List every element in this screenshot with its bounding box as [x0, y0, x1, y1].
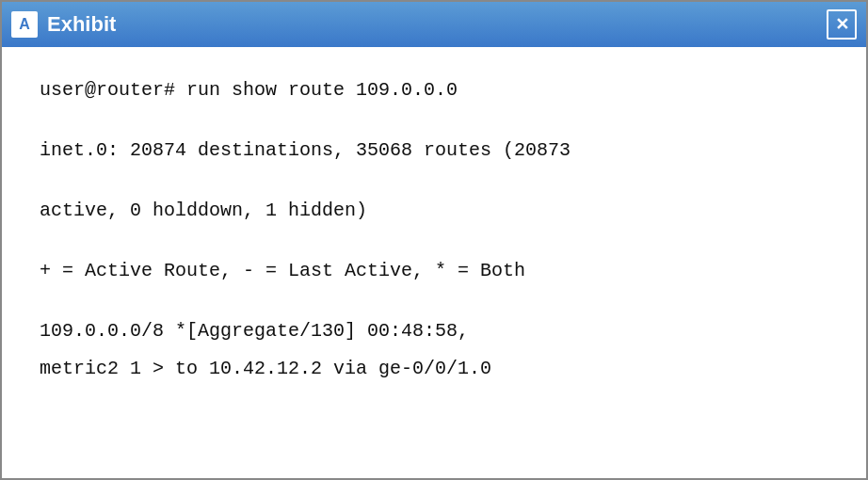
terminal-line-1: user@router# run show route 109.0.0.0 — [40, 75, 828, 105]
exhibit-icon: A — [11, 11, 38, 38]
title-bar-left: A Exhibit — [11, 11, 116, 38]
window-title: Exhibit — [47, 12, 116, 37]
terminal-line-4: + = Active Route, - = Last Active, * = B… — [40, 256, 828, 286]
terminal-line-3: active, 0 holddown, 1 hidden) — [40, 196, 828, 226]
terminal-line-6: metric2 1 > to 10.42.12.2 via ge-0/0/1.0 — [40, 354, 828, 384]
terminal-content: user@router# run show route 109.0.0.0 in… — [2, 47, 866, 478]
blank-line-2 — [40, 173, 828, 196]
close-button[interactable]: ✕ — [827, 9, 857, 40]
terminal-line-2: inet.0: 20874 destinations, 35068 routes… — [40, 136, 828, 166]
terminal-line-5: 109.0.0.0/8 *[Aggregate/130] 00:48:58, — [40, 316, 828, 346]
blank-line-4 — [40, 294, 828, 316]
title-bar: A Exhibit ✕ — [2, 2, 866, 47]
blank-line-1 — [40, 113, 828, 136]
exhibit-window: A Exhibit ✕ user@router# run show route … — [0, 0, 868, 480]
blank-line-3 — [40, 233, 828, 256]
